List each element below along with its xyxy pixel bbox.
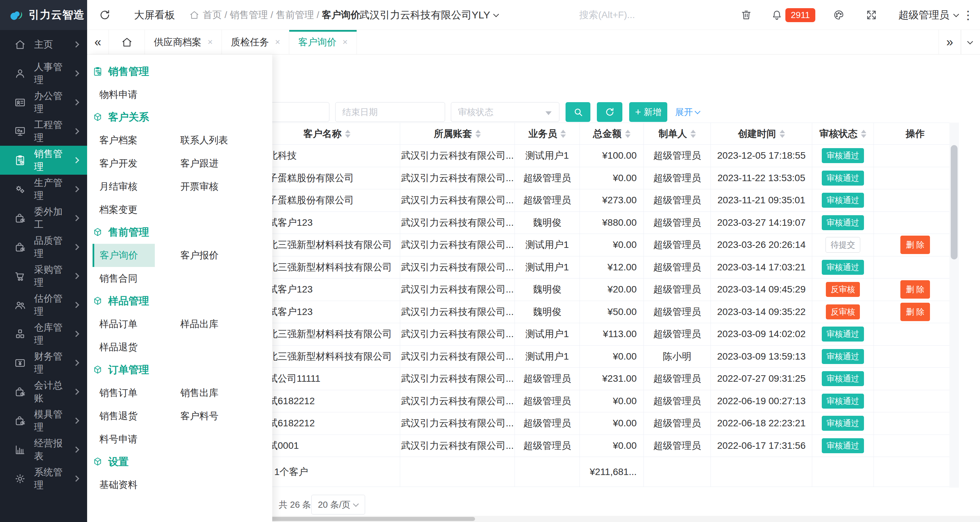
menu-item-月结审核[interactable]: 月结审核 (87, 175, 180, 198)
breadcrumb-item[interactable]: 销售管理 (230, 10, 268, 20)
column-header-业务员[interactable]: 业务员 (515, 123, 580, 144)
column-header-所属账套[interactable]: 所属账套 (400, 123, 515, 144)
created-cell: 2022-06-18 22:23:21 (711, 412, 812, 434)
sidebar-item-仓库管理[interactable]: 仓库管理 (0, 319, 87, 348)
amount-cell: ¥880.00 (580, 212, 644, 234)
close-icon[interactable]: × (275, 37, 280, 47)
menu-item-客户询价[interactable]: 客户询价 (87, 244, 180, 267)
menu-item-销售退货[interactable]: 销售退货 (87, 404, 180, 428)
menu-item-样品出库[interactable]: 样品出库 (180, 313, 261, 336)
sidebar-item-办公管理[interactable]: 办公管理 (0, 88, 87, 117)
amount-cell: ¥12.00 (580, 256, 644, 279)
delete-button[interactable]: 删 除 (900, 303, 930, 321)
action-cell (874, 346, 957, 368)
status-badge[interactable]: 反审核 (826, 305, 860, 319)
sidebar-item-主页[interactable]: 主页 (0, 30, 87, 59)
column-header-审核状态[interactable]: 审核状态 (812, 123, 874, 144)
sidebar-item-工程管理[interactable]: 工程管理 (0, 117, 87, 146)
salesperson-cell: 魏明俊 (515, 212, 580, 234)
chevron-right-icon (73, 388, 79, 395)
created-cell: 2022-06-17 17:31:56 (711, 435, 812, 457)
trash-icon[interactable] (740, 0, 752, 30)
sidebar-item-生产管理[interactable]: 生产管理 (0, 175, 87, 204)
sidebar-item-模具管理[interactable]: 模具管理 (0, 406, 87, 435)
menu-item-样品退货[interactable]: 样品退货 (87, 336, 180, 359)
menu-item-料号申请[interactable]: 料号申请 (87, 428, 180, 451)
sidebar-item-销售管理[interactable]: 销售管理 (0, 146, 87, 175)
menu-item-联系人列表[interactable]: 联系人列表 (180, 129, 261, 152)
sidebar-item-财务管理[interactable]: 财务管理 (0, 348, 87, 377)
breadcrumb-item[interactable]: 首页 (203, 10, 222, 20)
delete-button[interactable]: 删 除 (900, 280, 930, 299)
company-selector[interactable]: 武汉引力云科技有限公司YLY (360, 0, 499, 30)
menu-item-基础资料[interactable]: 基础资料 (87, 473, 180, 496)
menu-item-客户报价[interactable]: 客户报价 (180, 244, 261, 267)
creator-cell: 陈小明 (644, 346, 711, 368)
delete-button[interactable]: 删 除 (900, 236, 930, 254)
salesperson-cell: 测试用户1 (515, 234, 580, 256)
vertical-scrollbar-thumb[interactable] (951, 145, 958, 259)
menu-item-物料申请[interactable]: 物料申请 (87, 83, 180, 106)
menu-item-客户开发[interactable]: 客户开发 (87, 152, 180, 175)
search-button[interactable] (566, 102, 590, 122)
scroll-tabs-right-icon[interactable]: » (939, 30, 961, 54)
breadcrumb-item[interactable]: 售前管理 (276, 10, 314, 20)
menu-item-客户档案[interactable]: 客户档案 (87, 129, 180, 152)
column-header-制单人[interactable]: 制单人 (644, 123, 711, 144)
status-badge[interactable]: 反审核 (826, 282, 860, 297)
expand-filters-link[interactable]: 展开 (675, 102, 700, 122)
global-search-input[interactable]: 搜索(Alt+F)... (579, 0, 635, 30)
sidebar-item-采购管理[interactable]: 采购管理 (0, 262, 87, 291)
tab-客户询价[interactable]: 客户询价× (289, 30, 356, 54)
menu-item-销售出库[interactable]: 销售出库 (180, 382, 261, 404)
tab-home[interactable] (109, 30, 145, 54)
flyout-section-售前管理: 售前管理 (92, 224, 272, 240)
audit-status-select[interactable]: 审核状态 (451, 102, 559, 122)
theme-palette-icon[interactable] (833, 0, 845, 30)
action-cell (874, 145, 957, 167)
column-header-创建时间[interactable]: 创建时间 (711, 123, 812, 144)
close-icon[interactable]: × (208, 37, 213, 47)
column-header-客户名称[interactable]: 客户名称 (253, 123, 400, 144)
user-menu[interactable]: 超级管理员 (898, 0, 959, 30)
menu-item-客户跟进[interactable]: 客户跟进 (180, 152, 261, 175)
notification-badge[interactable]: 2911 (785, 8, 815, 22)
add-button[interactable]: + 新增 (629, 102, 667, 122)
page-size-select[interactable]: 20 条/页 (311, 495, 365, 514)
menu-item-销售订单[interactable]: 销售订单 (87, 382, 180, 404)
breadcrumb-current: 客户询价 (322, 10, 360, 20)
sidebar-item-品质管理[interactable]: 品质管理 (0, 233, 87, 262)
breadcrumb: 首页 / 销售管理 / 售前管理 / 客户询价 (189, 0, 360, 30)
column-header-总金额[interactable]: 总金额 (580, 123, 644, 144)
bell-icon[interactable] (771, 0, 783, 30)
tab-供应商档案[interactable]: 供应商档案× (145, 30, 222, 54)
menu-item-销售合同[interactable]: 销售合同 (87, 267, 180, 290)
sort-caret-icon (560, 130, 566, 138)
hex-icon (92, 112, 103, 122)
dashboard-link[interactable]: 大屏看板 (134, 0, 175, 30)
tab-质检任务[interactable]: 质检任务× (222, 30, 289, 54)
sidebar-item-人事管理[interactable]: 人事管理 (0, 59, 87, 88)
fullscreen-icon[interactable] (865, 0, 877, 30)
creator-cell: 超级管理员 (644, 435, 711, 457)
sidebar-item-系统管理[interactable]: 系统管理 (0, 464, 87, 493)
sidebar-item-经营报表[interactable]: 经营报表 (0, 435, 87, 464)
menu-item-档案变更[interactable]: 档案变更 (87, 198, 180, 221)
refresh-page-icon[interactable] (99, 0, 111, 30)
refresh-button[interactable] (597, 102, 622, 122)
chevron-right-icon (73, 273, 79, 279)
customer-cell: 湖北三强新型材料科技有限公司 (253, 234, 400, 256)
menu-item-客户料号[interactable]: 客户料号 (180, 404, 261, 428)
sidebar-item-会计总账[interactable]: 会计总账 (0, 377, 87, 406)
close-icon[interactable]: × (342, 37, 347, 47)
sidebar-item-委外加工[interactable]: 委外加工 (0, 204, 87, 233)
collapse-tabs-icon[interactable]: « (87, 30, 109, 54)
kebab-menu-icon[interactable]: ⋮ (962, 0, 974, 30)
menu-item-开票审核[interactable]: 开票审核 (180, 175, 261, 198)
sidebar-item-估价管理[interactable]: 估价管理 (0, 291, 87, 319)
tab-options-icon[interactable] (961, 30, 980, 54)
end-date-input[interactable] (335, 102, 445, 122)
menu-item-样品订单[interactable]: 样品订单 (87, 313, 180, 336)
flyout-row: 客户档案联系人列表 (87, 129, 272, 152)
amount-cell: ¥0.00 (580, 167, 644, 189)
